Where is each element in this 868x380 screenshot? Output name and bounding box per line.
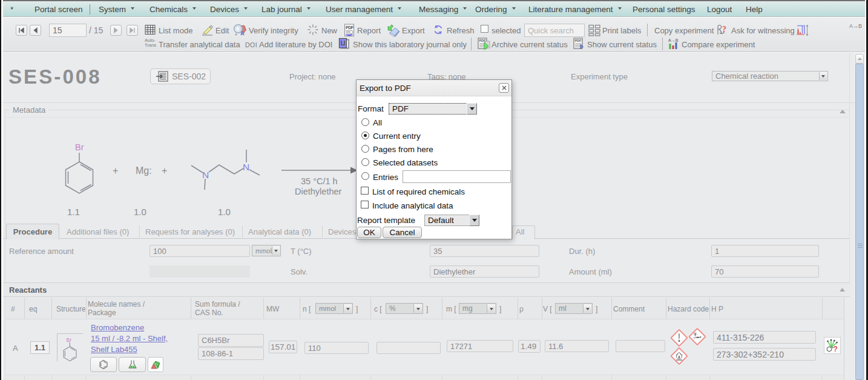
svg-text:N: N <box>202 170 209 180</box>
svg-text:1.0: 1.0 <box>218 207 231 217</box>
svg-text:Br: Br <box>75 142 84 152</box>
svg-text:PDF: PDF <box>346 25 354 30</box>
svg-text:?: ? <box>722 25 726 34</box>
svg-text:?: ? <box>833 345 838 353</box>
svg-text:N: N <box>243 162 249 172</box>
svg-text:A→B: A→B <box>668 38 679 42</box>
svg-text:Diethylether: Diethylether <box>295 187 342 196</box>
svg-text:35 °C/1 h: 35 °C/1 h <box>301 176 338 186</box>
svg-text:1.1: 1.1 <box>67 207 80 217</box>
svg-text:+: + <box>162 165 167 176</box>
svg-text:1.0: 1.0 <box>134 207 146 217</box>
svg-text:Mg:: Mg: <box>136 165 152 176</box>
svg-text:PDF: PDF <box>575 39 582 42</box>
svg-text:+: + <box>113 165 118 176</box>
svg-text:Br: Br <box>67 337 72 343</box>
